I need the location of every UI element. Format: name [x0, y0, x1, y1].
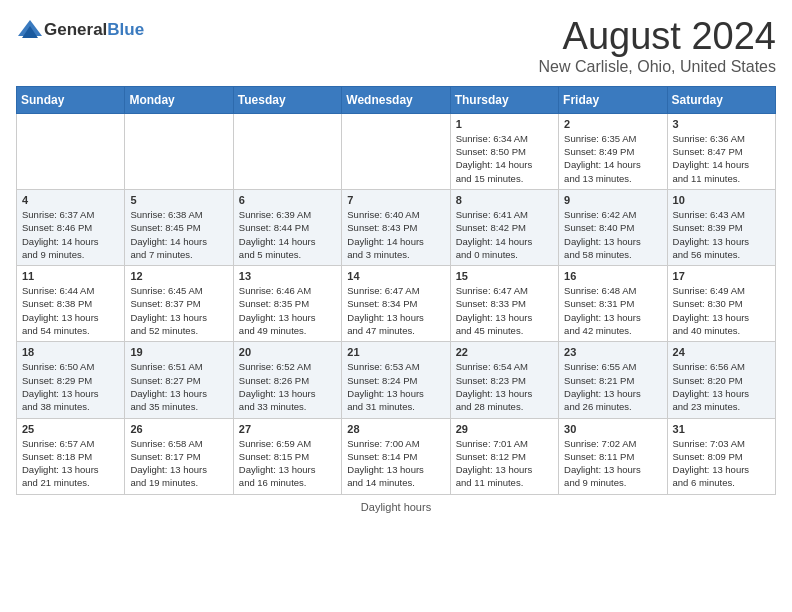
calendar-week-row: 1Sunrise: 6:34 AMSunset: 8:50 PMDaylight… [17, 113, 776, 189]
calendar-cell: 8Sunrise: 6:41 AMSunset: 8:42 PMDaylight… [450, 189, 558, 265]
day-number: 17 [673, 270, 770, 282]
day-info: Sunrise: 6:47 AMSunset: 8:33 PMDaylight:… [456, 284, 553, 337]
day-info: Sunrise: 6:53 AMSunset: 8:24 PMDaylight:… [347, 360, 444, 413]
day-number: 24 [673, 346, 770, 358]
day-number: 22 [456, 346, 553, 358]
day-info: Sunrise: 6:37 AMSunset: 8:46 PMDaylight:… [22, 208, 119, 261]
calendar-cell: 1Sunrise: 6:34 AMSunset: 8:50 PMDaylight… [450, 113, 558, 189]
day-number: 5 [130, 194, 227, 206]
day-info: Sunrise: 6:39 AMSunset: 8:44 PMDaylight:… [239, 208, 336, 261]
day-info: Sunrise: 6:56 AMSunset: 8:20 PMDaylight:… [673, 360, 770, 413]
footer-note: Daylight hours [16, 501, 776, 513]
day-number: 23 [564, 346, 661, 358]
weekday-header-monday: Monday [125, 86, 233, 113]
logo-blue: Blue [107, 20, 144, 40]
day-number: 25 [22, 423, 119, 435]
day-number: 2 [564, 118, 661, 130]
day-info: Sunrise: 6:43 AMSunset: 8:39 PMDaylight:… [673, 208, 770, 261]
day-number: 13 [239, 270, 336, 282]
weekday-header-saturday: Saturday [667, 86, 775, 113]
weekday-header-wednesday: Wednesday [342, 86, 450, 113]
logo-general: General [44, 20, 107, 40]
calendar-cell [233, 113, 341, 189]
month-title: August 2024 [539, 16, 776, 58]
day-info: Sunrise: 6:41 AMSunset: 8:42 PMDaylight:… [456, 208, 553, 261]
logo-icon [16, 16, 44, 44]
calendar-cell: 28Sunrise: 7:00 AMSunset: 8:14 PMDayligh… [342, 418, 450, 494]
calendar-cell: 5Sunrise: 6:38 AMSunset: 8:45 PMDaylight… [125, 189, 233, 265]
day-info: Sunrise: 6:45 AMSunset: 8:37 PMDaylight:… [130, 284, 227, 337]
calendar-cell: 18Sunrise: 6:50 AMSunset: 8:29 PMDayligh… [17, 342, 125, 418]
day-number: 21 [347, 346, 444, 358]
location-subtitle: New Carlisle, Ohio, United States [539, 58, 776, 76]
day-number: 14 [347, 270, 444, 282]
calendar-cell: 15Sunrise: 6:47 AMSunset: 8:33 PMDayligh… [450, 266, 558, 342]
day-info: Sunrise: 6:59 AMSunset: 8:15 PMDaylight:… [239, 437, 336, 490]
calendar-cell: 20Sunrise: 6:52 AMSunset: 8:26 PMDayligh… [233, 342, 341, 418]
day-number: 27 [239, 423, 336, 435]
calendar-week-row: 18Sunrise: 6:50 AMSunset: 8:29 PMDayligh… [17, 342, 776, 418]
day-info: Sunrise: 6:35 AMSunset: 8:49 PMDaylight:… [564, 132, 661, 185]
calendar-cell: 19Sunrise: 6:51 AMSunset: 8:27 PMDayligh… [125, 342, 233, 418]
calendar-cell: 13Sunrise: 6:46 AMSunset: 8:35 PMDayligh… [233, 266, 341, 342]
day-info: Sunrise: 6:34 AMSunset: 8:50 PMDaylight:… [456, 132, 553, 185]
day-info: Sunrise: 6:52 AMSunset: 8:26 PMDaylight:… [239, 360, 336, 413]
calendar-week-row: 25Sunrise: 6:57 AMSunset: 8:18 PMDayligh… [17, 418, 776, 494]
calendar-cell: 10Sunrise: 6:43 AMSunset: 8:39 PMDayligh… [667, 189, 775, 265]
weekday-header-row: SundayMondayTuesdayWednesdayThursdayFrid… [17, 86, 776, 113]
day-info: Sunrise: 7:00 AMSunset: 8:14 PMDaylight:… [347, 437, 444, 490]
day-info: Sunrise: 6:40 AMSunset: 8:43 PMDaylight:… [347, 208, 444, 261]
day-number: 16 [564, 270, 661, 282]
day-number: 8 [456, 194, 553, 206]
calendar-cell: 31Sunrise: 7:03 AMSunset: 8:09 PMDayligh… [667, 418, 775, 494]
weekday-header-sunday: Sunday [17, 86, 125, 113]
day-number: 9 [564, 194, 661, 206]
weekday-header-tuesday: Tuesday [233, 86, 341, 113]
day-number: 19 [130, 346, 227, 358]
day-number: 4 [22, 194, 119, 206]
calendar-cell: 11Sunrise: 6:44 AMSunset: 8:38 PMDayligh… [17, 266, 125, 342]
calendar-cell: 16Sunrise: 6:48 AMSunset: 8:31 PMDayligh… [559, 266, 667, 342]
day-info: Sunrise: 6:57 AMSunset: 8:18 PMDaylight:… [22, 437, 119, 490]
calendar-cell: 2Sunrise: 6:35 AMSunset: 8:49 PMDaylight… [559, 113, 667, 189]
day-info: Sunrise: 6:38 AMSunset: 8:45 PMDaylight:… [130, 208, 227, 261]
logo: General Blue [16, 16, 144, 44]
day-info: Sunrise: 6:54 AMSunset: 8:23 PMDaylight:… [456, 360, 553, 413]
day-info: Sunrise: 6:58 AMSunset: 8:17 PMDaylight:… [130, 437, 227, 490]
day-number: 7 [347, 194, 444, 206]
day-info: Sunrise: 6:47 AMSunset: 8:34 PMDaylight:… [347, 284, 444, 337]
calendar-cell [17, 113, 125, 189]
calendar-week-row: 11Sunrise: 6:44 AMSunset: 8:38 PMDayligh… [17, 266, 776, 342]
day-info: Sunrise: 6:42 AMSunset: 8:40 PMDaylight:… [564, 208, 661, 261]
day-info: Sunrise: 7:03 AMSunset: 8:09 PMDaylight:… [673, 437, 770, 490]
calendar-cell: 24Sunrise: 6:56 AMSunset: 8:20 PMDayligh… [667, 342, 775, 418]
title-area: August 2024 New Carlisle, Ohio, United S… [539, 16, 776, 76]
day-info: Sunrise: 6:51 AMSunset: 8:27 PMDaylight:… [130, 360, 227, 413]
day-info: Sunrise: 6:46 AMSunset: 8:35 PMDaylight:… [239, 284, 336, 337]
day-number: 18 [22, 346, 119, 358]
calendar-cell: 25Sunrise: 6:57 AMSunset: 8:18 PMDayligh… [17, 418, 125, 494]
day-info: Sunrise: 7:01 AMSunset: 8:12 PMDaylight:… [456, 437, 553, 490]
day-info: Sunrise: 6:55 AMSunset: 8:21 PMDaylight:… [564, 360, 661, 413]
calendar-cell: 3Sunrise: 6:36 AMSunset: 8:47 PMDaylight… [667, 113, 775, 189]
weekday-header-thursday: Thursday [450, 86, 558, 113]
day-info: Sunrise: 6:49 AMSunset: 8:30 PMDaylight:… [673, 284, 770, 337]
day-info: Sunrise: 7:02 AMSunset: 8:11 PMDaylight:… [564, 437, 661, 490]
calendar-cell: 7Sunrise: 6:40 AMSunset: 8:43 PMDaylight… [342, 189, 450, 265]
calendar-cell: 30Sunrise: 7:02 AMSunset: 8:11 PMDayligh… [559, 418, 667, 494]
calendar-cell: 23Sunrise: 6:55 AMSunset: 8:21 PMDayligh… [559, 342, 667, 418]
weekday-header-friday: Friday [559, 86, 667, 113]
day-number: 12 [130, 270, 227, 282]
calendar-cell [125, 113, 233, 189]
calendar-cell: 21Sunrise: 6:53 AMSunset: 8:24 PMDayligh… [342, 342, 450, 418]
day-number: 10 [673, 194, 770, 206]
calendar-cell: 12Sunrise: 6:45 AMSunset: 8:37 PMDayligh… [125, 266, 233, 342]
calendar-cell: 6Sunrise: 6:39 AMSunset: 8:44 PMDaylight… [233, 189, 341, 265]
calendar-cell [342, 113, 450, 189]
day-info: Sunrise: 6:36 AMSunset: 8:47 PMDaylight:… [673, 132, 770, 185]
calendar-table: SundayMondayTuesdayWednesdayThursdayFrid… [16, 86, 776, 495]
calendar-cell: 22Sunrise: 6:54 AMSunset: 8:23 PMDayligh… [450, 342, 558, 418]
day-number: 28 [347, 423, 444, 435]
day-info: Sunrise: 6:48 AMSunset: 8:31 PMDaylight:… [564, 284, 661, 337]
calendar-cell: 4Sunrise: 6:37 AMSunset: 8:46 PMDaylight… [17, 189, 125, 265]
